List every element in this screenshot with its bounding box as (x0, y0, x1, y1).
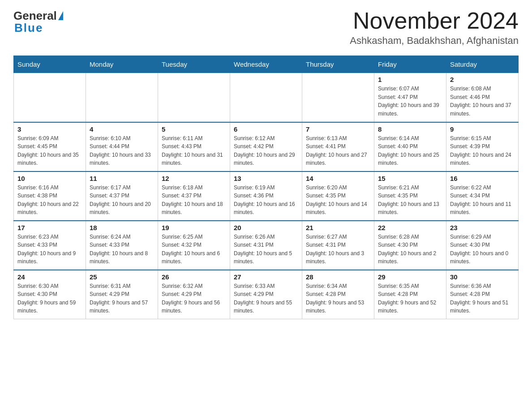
page-header: General Blue November 2024 Ashkasham, Ba… (13, 9, 519, 47)
calendar-cell: 27Sunrise: 6:33 AM Sunset: 4:29 PM Dayli… (230, 270, 302, 319)
day-number: 23 (450, 224, 515, 231)
calendar-cell (86, 73, 158, 122)
calendar-cell: 11Sunrise: 6:17 AM Sunset: 4:37 PM Dayli… (86, 171, 158, 221)
day-number: 10 (17, 175, 82, 182)
month-title: November 2024 (350, 9, 519, 32)
day-info: Sunrise: 6:17 AM Sunset: 4:37 PM Dayligh… (90, 184, 154, 217)
day-number: 24 (17, 273, 82, 281)
day-info: Sunrise: 6:32 AM Sunset: 4:29 PM Dayligh… (162, 282, 226, 315)
day-number: 13 (234, 175, 298, 182)
day-number: 5 (162, 125, 226, 133)
calendar-cell: 5Sunrise: 6:11 AM Sunset: 4:43 PM Daylig… (158, 122, 230, 171)
day-number: 11 (90, 175, 154, 182)
calendar-cell: 4Sunrise: 6:10 AM Sunset: 4:44 PM Daylig… (86, 122, 158, 171)
day-info: Sunrise: 6:14 AM Sunset: 4:40 PM Dayligh… (378, 134, 442, 167)
day-info: Sunrise: 6:16 AM Sunset: 4:38 PM Dayligh… (17, 184, 82, 217)
calendar-cell: 26Sunrise: 6:32 AM Sunset: 4:29 PM Dayli… (158, 270, 230, 319)
day-info: Sunrise: 6:26 AM Sunset: 4:31 PM Dayligh… (234, 233, 298, 266)
calendar-header-row: SundayMondayTuesdayWednesdayThursdayFrid… (14, 56, 519, 73)
calendar-cell (302, 73, 374, 122)
day-number: 6 (234, 125, 298, 133)
day-number: 12 (162, 175, 226, 182)
day-info: Sunrise: 6:09 AM Sunset: 4:45 PM Dayligh… (17, 134, 82, 167)
calendar-week-5: 24Sunrise: 6:30 AM Sunset: 4:30 PM Dayli… (14, 270, 519, 319)
col-header-thursday: Thursday (302, 56, 374, 73)
calendar-cell: 10Sunrise: 6:16 AM Sunset: 4:38 PM Dayli… (14, 171, 86, 221)
day-info: Sunrise: 6:33 AM Sunset: 4:29 PM Dayligh… (234, 282, 298, 315)
day-info: Sunrise: 6:31 AM Sunset: 4:29 PM Dayligh… (90, 282, 154, 315)
calendar-cell: 14Sunrise: 6:20 AM Sunset: 4:35 PM Dayli… (302, 171, 374, 221)
calendar-cell: 17Sunrise: 6:23 AM Sunset: 4:33 PM Dayli… (14, 221, 86, 270)
day-number: 7 (306, 125, 370, 133)
calendar-cell: 7Sunrise: 6:13 AM Sunset: 4:41 PM Daylig… (302, 122, 374, 171)
day-number: 14 (306, 175, 370, 182)
day-number: 28 (306, 273, 370, 281)
calendar-cell: 3Sunrise: 6:09 AM Sunset: 4:45 PM Daylig… (14, 122, 86, 171)
col-header-monday: Monday (86, 56, 158, 73)
calendar-cell: 23Sunrise: 6:29 AM Sunset: 4:30 PM Dayli… (446, 221, 519, 270)
calendar-week-4: 17Sunrise: 6:23 AM Sunset: 4:33 PM Dayli… (14, 221, 519, 270)
day-number: 27 (234, 273, 298, 281)
day-info: Sunrise: 6:19 AM Sunset: 4:36 PM Dayligh… (234, 184, 298, 217)
col-header-saturday: Saturday (446, 56, 519, 73)
day-number: 25 (90, 273, 154, 281)
col-header-friday: Friday (374, 56, 446, 73)
calendar-cell: 18Sunrise: 6:24 AM Sunset: 4:33 PM Dayli… (86, 221, 158, 270)
calendar-cell: 24Sunrise: 6:30 AM Sunset: 4:30 PM Dayli… (14, 270, 86, 319)
day-info: Sunrise: 6:21 AM Sunset: 4:35 PM Dayligh… (378, 184, 442, 217)
day-number: 2 (450, 76, 515, 83)
day-info: Sunrise: 6:22 AM Sunset: 4:34 PM Dayligh… (450, 184, 515, 217)
day-info: Sunrise: 6:12 AM Sunset: 4:42 PM Dayligh… (234, 134, 298, 167)
day-number: 18 (90, 224, 154, 231)
logo-triangle-icon (58, 11, 63, 20)
calendar-cell: 12Sunrise: 6:18 AM Sunset: 4:37 PM Dayli… (158, 171, 230, 221)
day-info: Sunrise: 6:08 AM Sunset: 4:46 PM Dayligh… (450, 85, 515, 118)
day-number: 29 (378, 273, 442, 281)
title-section: November 2024 Ashkasham, Badakhshan, Afg… (350, 9, 519, 47)
col-header-tuesday: Tuesday (158, 56, 230, 73)
calendar-table: SundayMondayTuesdayWednesdayThursdayFrid… (13, 56, 519, 319)
day-info: Sunrise: 6:11 AM Sunset: 4:43 PM Dayligh… (162, 134, 226, 167)
day-number: 21 (306, 224, 370, 231)
day-info: Sunrise: 6:34 AM Sunset: 4:28 PM Dayligh… (306, 282, 370, 315)
calendar-cell: 25Sunrise: 6:31 AM Sunset: 4:29 PM Dayli… (86, 270, 158, 319)
day-number: 20 (234, 224, 298, 231)
calendar-cell: 20Sunrise: 6:26 AM Sunset: 4:31 PM Dayli… (230, 221, 302, 270)
calendar-cell: 30Sunrise: 6:36 AM Sunset: 4:28 PM Dayli… (446, 270, 519, 319)
day-info: Sunrise: 6:27 AM Sunset: 4:31 PM Dayligh… (306, 233, 370, 266)
day-number: 9 (450, 125, 515, 133)
col-header-wednesday: Wednesday (230, 56, 302, 73)
calendar-cell: 29Sunrise: 6:35 AM Sunset: 4:28 PM Dayli… (374, 270, 446, 319)
day-number: 17 (17, 224, 82, 231)
calendar-cell: 9Sunrise: 6:15 AM Sunset: 4:39 PM Daylig… (446, 122, 519, 171)
day-number: 19 (162, 224, 226, 231)
day-number: 30 (450, 273, 515, 281)
day-number: 8 (378, 125, 442, 133)
day-info: Sunrise: 6:36 AM Sunset: 4:28 PM Dayligh… (450, 282, 515, 315)
day-info: Sunrise: 6:30 AM Sunset: 4:30 PM Dayligh… (17, 282, 82, 315)
day-info: Sunrise: 6:23 AM Sunset: 4:33 PM Dayligh… (17, 233, 82, 266)
day-info: Sunrise: 6:20 AM Sunset: 4:35 PM Dayligh… (306, 184, 370, 217)
logo-blue-text: Blue (14, 21, 43, 35)
calendar-cell: 21Sunrise: 6:27 AM Sunset: 4:31 PM Dayli… (302, 221, 374, 270)
day-info: Sunrise: 6:35 AM Sunset: 4:28 PM Dayligh… (378, 282, 442, 315)
calendar-cell (158, 73, 230, 122)
calendar-week-1: 1Sunrise: 6:07 AM Sunset: 4:47 PM Daylig… (14, 73, 519, 122)
location-subtitle: Ashkasham, Badakhshan, Afghanistan (350, 35, 519, 47)
calendar-cell: 15Sunrise: 6:21 AM Sunset: 4:35 PM Dayli… (374, 171, 446, 221)
calendar-cell: 16Sunrise: 6:22 AM Sunset: 4:34 PM Dayli… (446, 171, 519, 221)
calendar-cell (230, 73, 302, 122)
day-number: 22 (378, 224, 442, 231)
calendar-cell: 1Sunrise: 6:07 AM Sunset: 4:47 PM Daylig… (374, 73, 446, 122)
calendar-cell: 28Sunrise: 6:34 AM Sunset: 4:28 PM Dayli… (302, 270, 374, 319)
day-number: 16 (450, 175, 515, 182)
calendar-cell: 6Sunrise: 6:12 AM Sunset: 4:42 PM Daylig… (230, 122, 302, 171)
calendar-week-3: 10Sunrise: 6:16 AM Sunset: 4:38 PM Dayli… (14, 171, 519, 221)
calendar-cell: 8Sunrise: 6:14 AM Sunset: 4:40 PM Daylig… (374, 122, 446, 171)
day-info: Sunrise: 6:24 AM Sunset: 4:33 PM Dayligh… (90, 233, 154, 266)
logo: General Blue (13, 9, 63, 35)
day-number: 15 (378, 175, 442, 182)
day-number: 3 (17, 125, 82, 133)
day-info: Sunrise: 6:15 AM Sunset: 4:39 PM Dayligh… (450, 134, 515, 167)
calendar-cell (14, 73, 86, 122)
